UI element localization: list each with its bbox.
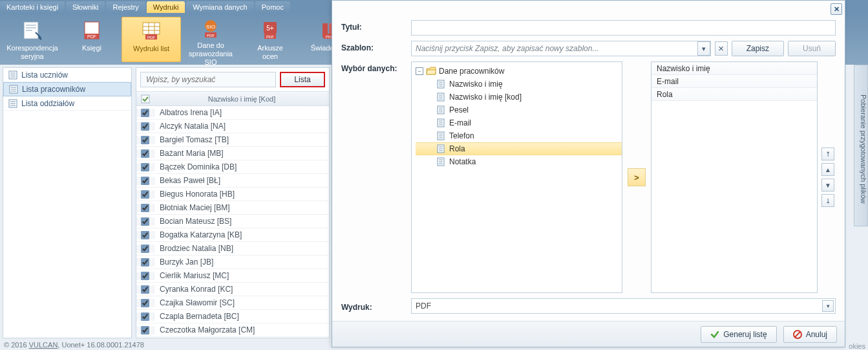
- row-checkbox[interactable]: [141, 299, 149, 307]
- fields-tree[interactable]: − Dane pracowników Nazwisko i imięNazwis…: [411, 61, 622, 293]
- list-item[interactable]: Bocian Mateusz [BS]: [136, 215, 329, 228]
- list-item[interactable]: Bażant Maria [MB]: [136, 147, 329, 160]
- row-checkbox[interactable]: [141, 312, 149, 321]
- row-checkbox[interactable]: [141, 217, 149, 226]
- downloads-dock-tab[interactable]: Pobieranie przygotowanych plików: [854, 65, 868, 226]
- ribbon-button[interactable]: PDFWydruki list: [122, 17, 181, 62]
- column-header-name[interactable]: Nazwisko i imię [Kod]: [154, 95, 329, 103]
- list-item[interactable]: Bekas Paweł [BŁ]: [136, 174, 329, 188]
- list-item[interactable]: Czeczotka Małgorzata [CM]: [136, 323, 329, 337]
- list-item[interactable]: Biegus Honorata [HB]: [136, 188, 329, 201]
- row-checkbox-cell[interactable]: [136, 272, 154, 280]
- row-checkbox-cell[interactable]: [136, 177, 154, 185]
- document-icon: [436, 80, 445, 89]
- sidebar-item[interactable]: Lista pracowników: [3, 82, 131, 96]
- row-checkbox-cell[interactable]: [136, 190, 154, 199]
- output-format-select[interactable]: PDF ▾: [411, 298, 836, 314]
- row-checkbox[interactable]: [141, 326, 149, 334]
- row-checkbox-cell[interactable]: [136, 231, 154, 239]
- row-checkbox-cell[interactable]: [136, 258, 154, 267]
- dialog-close-button[interactable]: ✕: [831, 3, 842, 15]
- chevron-down-icon[interactable]: ▾: [822, 300, 834, 312]
- row-checkbox[interactable]: [141, 122, 149, 131]
- selected-fields-list[interactable]: Nazwisko i imięE-mailRola: [651, 61, 818, 293]
- move-up-button[interactable]: ▲: [821, 163, 834, 176]
- list-item[interactable]: Bączek Dominika [DB]: [136, 160, 329, 174]
- row-checkbox[interactable]: [141, 231, 149, 239]
- cancel-button[interactable]: Anuluj: [783, 326, 837, 343]
- row-checkbox-cell[interactable]: [136, 312, 154, 321]
- sidebar-item[interactable]: Lista oddziałów: [3, 96, 131, 111]
- row-checkbox[interactable]: [141, 190, 149, 199]
- list-item[interactable]: Błotniak Maciej [BM]: [136, 201, 329, 215]
- collapse-icon[interactable]: −: [416, 67, 423, 75]
- selected-field-item[interactable]: Rola: [651, 88, 817, 101]
- ribbon-tab[interactable]: Słowniki: [66, 1, 105, 13]
- ribbon-tab[interactable]: Wydruki: [147, 1, 185, 13]
- tree-root-node[interactable]: − Dane pracowników: [416, 65, 622, 78]
- ribbon-button[interactable]: Korespondencjaseryjna: [3, 17, 62, 62]
- tree-leaf[interactable]: Nazwisko i imię [kod]: [416, 91, 622, 104]
- list-item[interactable]: Alczyk Natalia [NA]: [136, 120, 329, 133]
- search-input[interactable]: [140, 72, 276, 87]
- row-checkbox[interactable]: [141, 204, 149, 212]
- tree-leaf[interactable]: Rola: [416, 142, 622, 155]
- ribbon-button[interactable]: 5+PDFArkuszeocen: [240, 17, 300, 62]
- row-checkbox-cell[interactable]: [136, 285, 154, 294]
- ribbon-tab[interactable]: Rejestry: [106, 1, 145, 13]
- ribbon-tab[interactable]: Kartoteki i księgi: [0, 1, 65, 13]
- ribbon-button[interactable]: SIOPDFDane dosprawozdania SIO: [181, 17, 240, 62]
- row-checkbox-cell[interactable]: [136, 136, 154, 144]
- sidebar-item[interactable]: Lista uczniów: [3, 68, 131, 82]
- row-checkbox-cell[interactable]: [136, 204, 154, 212]
- row-checkbox-cell[interactable]: [136, 299, 154, 307]
- template-clear-button[interactable]: ✕: [715, 41, 728, 56]
- generate-list-button[interactable]: Generuj listę: [701, 326, 776, 343]
- ribbon-button[interactable]: PDFKsięgi: [62, 17, 122, 62]
- title-input[interactable]: [411, 20, 836, 36]
- move-top-button[interactable]: ⤒: [821, 148, 834, 160]
- list-item[interactable]: Albatros Irena [IA]: [136, 106, 329, 120]
- row-checkbox[interactable]: [141, 136, 149, 144]
- row-checkbox-cell[interactable]: [136, 217, 154, 226]
- row-checkbox[interactable]: [141, 245, 149, 253]
- row-checkbox-cell[interactable]: [136, 149, 154, 158]
- row-checkbox-cell[interactable]: [136, 109, 154, 117]
- list-item[interactable]: Cierlik Mariusz [MC]: [136, 269, 329, 283]
- lista-button[interactable]: Lista: [280, 72, 325, 87]
- row-checkbox-cell[interactable]: [136, 245, 154, 253]
- row-checkbox[interactable]: [141, 149, 149, 158]
- tree-leaf[interactable]: E-mail: [416, 116, 622, 129]
- list-item[interactable]: Cyranka Konrad [KC]: [136, 283, 329, 296]
- selected-field-item[interactable]: E-mail: [651, 75, 817, 88]
- tree-leaf[interactable]: Telefon: [416, 129, 622, 142]
- ribbon-tab[interactable]: Pomoc: [255, 1, 290, 13]
- row-checkbox[interactable]: [141, 109, 149, 117]
- list-item[interactable]: Brodziec Natalia [NB]: [136, 242, 329, 256]
- row-checkbox-cell[interactable]: [136, 163, 154, 171]
- selected-field-item[interactable]: Nazwisko i imię: [651, 62, 817, 75]
- save-template-button[interactable]: Zapisz: [732, 41, 784, 56]
- tree-leaf[interactable]: Nazwisko i imię: [416, 78, 622, 91]
- list-item[interactable]: Bogatka Katarzyna [KB]: [136, 228, 329, 242]
- add-field-button[interactable]: >: [628, 168, 646, 186]
- row-checkbox-cell[interactable]: [136, 326, 154, 334]
- list-item[interactable]: Czajka Sławomir [SC]: [136, 296, 329, 310]
- select-all-cell[interactable]: [136, 94, 154, 104]
- move-down-button[interactable]: ▼: [821, 179, 834, 191]
- row-checkbox[interactable]: [141, 163, 149, 171]
- list-item[interactable]: Czapla Bernadeta [BC]: [136, 310, 329, 323]
- row-checkbox[interactable]: [141, 177, 149, 185]
- row-checkbox-cell[interactable]: [136, 122, 154, 131]
- template-select[interactable]: Naciśnij przycisk Zapisz, aby zapisać no…: [411, 41, 711, 56]
- list-item[interactable]: Bargiel Tomasz [TB]: [136, 133, 329, 147]
- tree-leaf[interactable]: Pesel: [416, 104, 622, 116]
- template-dropdown-arrow[interactable]: ▾: [697, 41, 710, 56]
- row-checkbox[interactable]: [141, 258, 149, 267]
- ribbon-tab[interactable]: Wymiana danych: [186, 1, 253, 13]
- tree-leaf[interactable]: Notatka: [416, 155, 622, 168]
- row-checkbox[interactable]: [141, 272, 149, 280]
- list-item[interactable]: Burzyk Jan [JB]: [136, 256, 329, 269]
- row-checkbox[interactable]: [141, 285, 149, 294]
- move-bottom-button[interactable]: ⤓: [821, 194, 834, 207]
